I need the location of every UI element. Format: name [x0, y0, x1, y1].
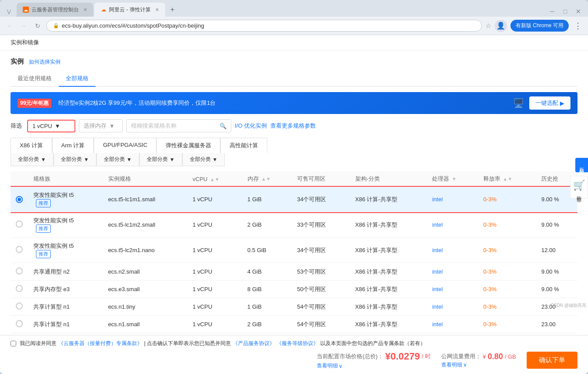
agreement-link-3[interactable]: 《服务等级协议》 [276, 340, 319, 347]
row-family: 共享计算型 n1 [28, 298, 103, 316]
row-spec: ecs.t5-lc1m2.small [103, 212, 188, 238]
new-tab-btn[interactable]: + [166, 4, 179, 15]
row-memory: 0.5 GiB [242, 238, 292, 263]
table-row[interactable]: 突发性能实例 t5推荐ecs.t5-lc1m2.small1 vCPU2 GiB… [11, 212, 577, 238]
row-spec: ecs.t5-lc2m1.nano [103, 238, 188, 263]
promo-banner: 99元/年钜惠 经济型e实例2核2G 享99元/年，活动期间续费享同价，仅限1台… [11, 92, 577, 114]
tab-all[interactable]: 全部规格 [59, 71, 96, 87]
arch-sub-hpc[interactable]: 全部分类 ▼ [182, 153, 225, 166]
table-row[interactable]: 共享计算型 n1ecs.n1.small1 vCPU2 GiB54个可用区X86… [11, 316, 577, 333]
row-release: 0-3% [478, 238, 536, 263]
new-feature-btn[interactable]: 新功能 [575, 158, 588, 172]
row-spec: ecs.n1.small [103, 316, 188, 333]
row-radio[interactable] [16, 267, 23, 274]
filter-label: 筛选 [11, 122, 22, 130]
confirm-btn[interactable]: 确认下单 [527, 352, 577, 369]
row-arch: X86 计算-共享型 [350, 212, 427, 238]
arch-tab-x86[interactable]: X86 计算 [11, 138, 52, 153]
col-processor[interactable]: 处理器 ▼ [427, 171, 478, 187]
watermark: CSDN @辅助亮亮 [551, 303, 586, 309]
arch-tab-bare[interactable]: 弹性裸金属服务器 [156, 138, 220, 153]
row-release: 0-3% [478, 263, 536, 281]
memory-sort-icon: ▲▼ [261, 176, 271, 182]
row-radio[interactable] [16, 285, 23, 292]
agreement-link-2[interactable]: 《产品服务协议》 [233, 340, 275, 347]
vcpu-filter[interactable]: 1 vCPU ▼ [27, 120, 75, 132]
profile-btn[interactable]: 👤 [495, 20, 507, 32]
arch-section: X86 计算 Arm 计算 GPU/FPGA/ASIC 弹性裸金属服务器 高性能… [11, 138, 577, 166]
promo-btn[interactable]: 一键选配 ▶ [529, 96, 570, 110]
tab1-close[interactable]: ✕ [83, 7, 87, 13]
url-text: ecs-buy.aliyun.com/ecs/#/custom/spotPost… [62, 22, 204, 29]
row-zones: 50个可用区 [292, 281, 350, 298]
memory-filter[interactable]: 选择内存 ▼ [79, 119, 123, 132]
row-radio[interactable] [16, 221, 23, 228]
row-radio[interactable] [16, 246, 23, 253]
footer: 我已阅读并同意 《云服务器（按量付费）专属条款》 | 点击确认下单即表示您已知悉… [0, 335, 588, 374]
io-opt-link[interactable]: I/O 优化实例 [235, 122, 267, 130]
maximize-btn[interactable]: □ [560, 6, 570, 17]
tab-1[interactable]: ☁ 云服务器管理控制台 ✕ [17, 3, 93, 17]
spec-table: 规格族 实例规格 vCPU ▲▼ 内存 ▲▼ 可售可用区 [11, 171, 577, 333]
row-memory: 8 GiB [242, 281, 292, 298]
row-release: 0-3% [478, 281, 536, 298]
row-vcpu: 1 vCPU [188, 281, 242, 298]
row-vcpu: 1 vCPU [188, 316, 242, 333]
spec-table-container: 规格族 实例规格 vCPU ▲▼ 内存 ▲▼ 可售可用区 [11, 171, 577, 333]
section-link[interactable]: 如何选择实例 [29, 58, 60, 66]
tab-2[interactable]: ☁ 阿里云 - 弹性计算 ✕ [94, 3, 165, 17]
address-bar[interactable]: 🔒 ecs-buy.aliyun.com/ecs/#/custom/spotPo… [46, 20, 482, 32]
row-history: 12.00 [536, 238, 577, 263]
row-memory: 1 GiB [242, 298, 292, 316]
bookmark-btn[interactable]: ☆ [485, 22, 491, 30]
chevron-down-icon: ∨ [339, 363, 343, 369]
more-params-link[interactable]: 查看更多规格参数 [270, 122, 316, 130]
traffic-unit: / GB [505, 353, 516, 360]
refresh-btn[interactable]: ↻ [32, 21, 43, 31]
arch-tab-gpu[interactable]: GPU/FPGA/ASIC [94, 138, 156, 153]
row-radio[interactable] [16, 196, 23, 203]
table-row[interactable]: 突发性能实例 t5推荐ecs.t5-lc1m1.small1 vCPU1 GiB… [11, 187, 577, 212]
tab2-close[interactable]: ✕ [155, 7, 159, 13]
arch-sub-x86[interactable]: 全部分类 ▼ [11, 153, 53, 166]
search-box[interactable]: 模糊搜索规格名称 🔍 [126, 119, 231, 132]
row-zones: 54个可用区 [292, 298, 350, 316]
chrome-update-btn[interactable]: 有新版 Chrome 可用 [510, 20, 569, 32]
col-release[interactable]: 释放率 ▲▼ [478, 171, 536, 187]
table-row[interactable]: 共享计算型 n1ecs.n1.tiny1 vCPU1 GiB54个可用区X86 … [11, 298, 577, 316]
promo-text: 经济型e实例2核2G 享99元/年，活动期间续费享同价，仅限1台 [58, 99, 216, 107]
arch-tab-arm[interactable]: Arm 计算 [52, 138, 94, 153]
row-arch: X86 计算-共享型 [350, 238, 427, 263]
arch-sub-bare-label: 全部分类 [147, 156, 168, 163]
close-btn[interactable]: ✕ [573, 6, 584, 17]
forward-btn[interactable]: → [18, 21, 29, 31]
arch-sub-arm[interactable]: 全部分类 ▼ [53, 153, 96, 166]
row-radio[interactable] [16, 320, 23, 327]
arch-tabs: X86 计算 Arm 计算 GPU/FPGA/ASIC 弹性裸金属服务器 高性能… [11, 138, 577, 153]
table-row[interactable]: 共享通用型 n2ecs.n2.small1 vCPU4 GiB53个可用区X86… [11, 263, 577, 281]
cart-btn[interactable]: 🛒 购物车 [570, 176, 588, 199]
minimize-btn[interactable]: ─ [547, 6, 557, 17]
row-zones: 34个可用区 [292, 187, 350, 212]
agreement-checkbox[interactable] [11, 341, 16, 346]
table-row[interactable]: 共享内存型 e3ecs.e3.small1 vCPU8 GiB50个可用区X86… [11, 281, 577, 298]
tab-recent[interactable]: 最近使用规格 [11, 71, 59, 87]
arch-sub-bare[interactable]: 全部分类 ▼ [139, 153, 182, 166]
row-radio[interactable] [16, 303, 23, 310]
arch-tab-hpc[interactable]: 高性能计算 [220, 138, 267, 153]
menu-btn[interactable]: ⋮ [572, 21, 584, 31]
agreement-link-1[interactable]: 《云服务器（按量付费）专属条款》 [58, 340, 142, 347]
view-detail-2[interactable]: 查看明细 ∨ [441, 361, 467, 369]
col-arch: 架构-分类 [350, 171, 427, 187]
row-processor: intel [427, 212, 478, 238]
table-row[interactable]: 突发性能实例 t5推荐ecs.t5-lc2m1.nano1 vCPU0.5 Gi… [11, 238, 577, 263]
tab-list-btn[interactable]: ⋁ [4, 6, 14, 17]
view-detail-1[interactable]: 查看明细 ∨ [317, 362, 343, 370]
col-vcpu[interactable]: vCPU ▲▼ [188, 171, 242, 187]
row-memory: 2 GiB [242, 212, 292, 238]
tab1-label: 云服务器管理控制台 [32, 6, 79, 14]
arch-sub-x86-arrow: ▼ [41, 157, 46, 163]
col-memory[interactable]: 内存 ▲▼ [242, 171, 292, 187]
arch-sub-gpu[interactable]: 全部分类 ▼ [96, 153, 139, 166]
back-btn[interactable]: ← [4, 21, 15, 31]
